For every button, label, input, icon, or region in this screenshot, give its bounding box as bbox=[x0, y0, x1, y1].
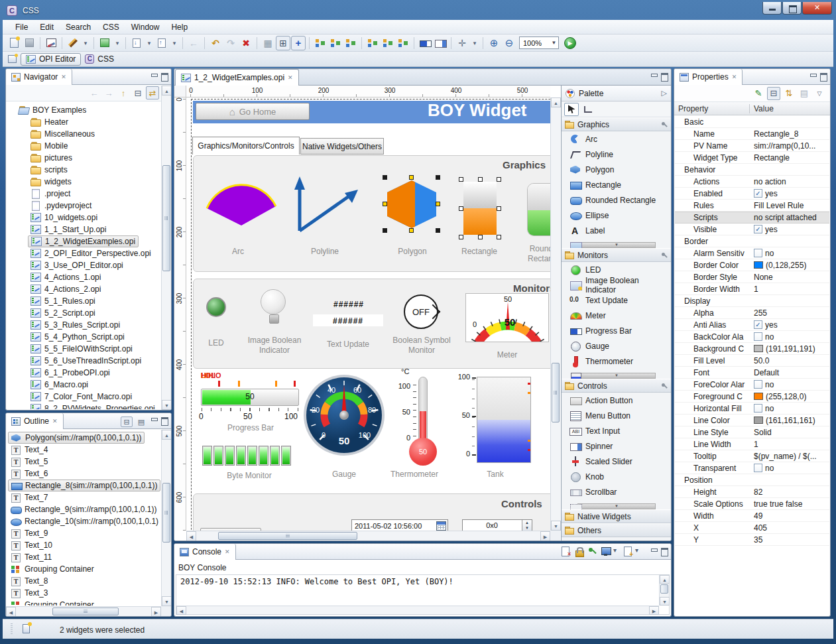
selection-handle[interactable] bbox=[497, 177, 501, 182]
drawer-others[interactable]: Others bbox=[562, 523, 671, 537]
perspective-css[interactable]: C CSS bbox=[85, 54, 114, 64]
property-value[interactable]: no bbox=[750, 332, 829, 342]
collapse-all-button[interactable]: ⊟ bbox=[131, 86, 145, 99]
tree-item[interactable]: 7_Color_Font_Macro.opi bbox=[28, 391, 135, 403]
property-row[interactable]: Line Color (161,161,161) bbox=[675, 415, 829, 426]
property-row[interactable]: Border bbox=[675, 235, 829, 247]
property-value[interactable]: no action bbox=[750, 177, 829, 186]
palette-item[interactable]: Menu Button bbox=[562, 408, 671, 423]
property-row[interactable]: Border Style None bbox=[675, 271, 829, 283]
scroll-thumb[interactable] bbox=[52, 608, 119, 615]
maximize-view-icon[interactable] bbox=[660, 547, 668, 555]
progress-bar-widget[interactable]: LOLOLOHIHIHI 50 0 50 100 Progress Bar bbox=[201, 371, 300, 435]
outline-item[interactable]: Text_6 bbox=[8, 468, 50, 480]
outline-item[interactable]: Grouping Container bbox=[8, 599, 97, 606]
checkbox[interactable] bbox=[754, 332, 762, 341]
property-row[interactable]: Position bbox=[675, 474, 829, 486]
data-browser-button[interactable] bbox=[44, 36, 58, 50]
property-value[interactable]: 49 bbox=[750, 511, 829, 521]
tab-console[interactable]: Console bbox=[174, 544, 236, 560]
pin-icon[interactable] bbox=[661, 383, 668, 389]
rounded-rectangle-widget[interactable] bbox=[527, 183, 550, 236]
scroll-up-icon[interactable] bbox=[162, 430, 172, 440]
outline-vscrollbar[interactable] bbox=[161, 430, 171, 606]
tree-item[interactable]: 4_Actions_1.opi bbox=[28, 271, 103, 283]
outline-item[interactable]: Text_5 bbox=[8, 456, 50, 468]
palette-item[interactable]: Progress Bar bbox=[562, 323, 671, 338]
probe-dropdown[interactable] bbox=[81, 36, 90, 50]
calendar-icon[interactable] bbox=[436, 521, 446, 531]
palette-item[interactable]: Action Button bbox=[562, 393, 671, 408]
palette-item[interactable]: Text Update bbox=[562, 292, 671, 308]
selection-handle[interactable] bbox=[436, 175, 440, 180]
table-mode-button[interactable]: ▤ bbox=[135, 417, 147, 427]
minimize-view-icon[interactable] bbox=[809, 72, 817, 80]
console-output[interactable]: 2012-09-10 15:52:13 INFO: Welcome to Bes… bbox=[176, 574, 670, 615]
maximize-view-icon[interactable] bbox=[160, 72, 168, 80]
scroll-down-icon[interactable] bbox=[162, 400, 172, 410]
tree-item[interactable]: 5_2_Script.opi bbox=[28, 307, 98, 319]
byte-monitor-widget[interactable] bbox=[202, 446, 291, 466]
close-button[interactable] bbox=[802, 2, 832, 15]
property-value[interactable]: no bbox=[750, 380, 829, 389]
property-value[interactable]: ✓ yes bbox=[750, 320, 829, 330]
drawer-scroll-indicator[interactable] bbox=[577, 373, 656, 379]
polyline-widget[interactable] bbox=[291, 174, 365, 235]
property-value[interactable]: $(pv_name) / $(... bbox=[750, 452, 829, 461]
opi-tab-native[interactable]: Native Widgets/Others bbox=[300, 138, 384, 155]
property-value[interactable]: 50.0 bbox=[750, 356, 829, 365]
tree-item[interactable]: 5_3_Rules_Script.opi bbox=[28, 319, 123, 331]
editor-tab[interactable]: 1_2_WidgetExamples.opi bbox=[175, 69, 299, 86]
scroll-up-icon[interactable] bbox=[551, 97, 561, 107]
property-value[interactable]: 1 bbox=[750, 285, 829, 294]
menu-item[interactable]: Edit bbox=[34, 21, 60, 34]
outline-item[interactable]: Text_10 bbox=[8, 539, 55, 551]
column-value[interactable]: Value bbox=[750, 104, 774, 113]
property-row[interactable]: Line Style Solid bbox=[675, 426, 829, 438]
meter-widget[interactable]: 50 0 50 bbox=[465, 293, 549, 342]
fast-view-icon[interactable] bbox=[23, 624, 30, 633]
scroll-thumb[interactable] bbox=[162, 483, 170, 543]
tab-navigator[interactable]: Navigator bbox=[6, 69, 72, 85]
property-value[interactable]: (255,128,0) bbox=[750, 392, 829, 401]
tree-item[interactable]: .pydevproject bbox=[28, 200, 94, 212]
scroll-down-icon[interactable] bbox=[660, 597, 670, 606]
scroll-left-icon[interactable] bbox=[186, 531, 196, 541]
tree-item[interactable]: 6_Macro.opi bbox=[28, 379, 91, 391]
distribute-vertical-button[interactable] bbox=[381, 36, 395, 50]
property-value[interactable]: no bbox=[750, 404, 829, 413]
property-value[interactable]: Rectangle bbox=[750, 153, 829, 162]
spinner-widget[interactable]: 0x0 ▲▼ bbox=[462, 519, 532, 531]
align-left-button[interactable] bbox=[313, 36, 328, 50]
property-value[interactable]: Rectangle_8 bbox=[750, 129, 829, 139]
opi-canvas[interactable]: Go Home BOY Widget Graphics/Monitors/Con… bbox=[186, 97, 550, 531]
text-update-line1[interactable]: ###### bbox=[314, 300, 383, 309]
scroll-up-icon[interactable] bbox=[162, 86, 172, 96]
outline-item[interactable]: Rectangle_9(sim://ramp(0,100,1,0.1)) bbox=[8, 503, 159, 515]
property-value[interactable]: ✓ yes bbox=[750, 189, 829, 198]
close-icon[interactable] bbox=[61, 74, 66, 80]
property-row[interactable]: Enabled ✓ yes bbox=[675, 188, 829, 200]
property-value[interactable]: 35 bbox=[750, 535, 829, 545]
selection-handle[interactable] bbox=[459, 177, 463, 182]
text-update-line2[interactable]: ###### bbox=[313, 314, 383, 326]
redo-button[interactable] bbox=[223, 36, 238, 50]
property-value[interactable]: ✓ yes bbox=[750, 225, 829, 234]
color-swatch[interactable] bbox=[754, 393, 763, 400]
drawer-native-widgets[interactable]: Native Widgets bbox=[562, 509, 671, 523]
property-row[interactable]: Anti Alias ✓ yes bbox=[675, 319, 829, 331]
minimize-view-icon[interactable] bbox=[150, 417, 158, 424]
menu-item[interactable]: Window bbox=[125, 21, 166, 34]
align-right-button[interactable] bbox=[343, 36, 358, 50]
show-categories-button[interactable]: ⊟ bbox=[767, 87, 780, 100]
palette-item[interactable]: Arc bbox=[562, 131, 671, 147]
palette-item[interactable]: Polygon bbox=[562, 162, 671, 177]
checkbox[interactable] bbox=[754, 380, 762, 389]
export-dropdown[interactable] bbox=[170, 36, 179, 50]
run-button[interactable] bbox=[564, 37, 576, 49]
view-menu-icon[interactable]: ▽ bbox=[813, 87, 826, 100]
spinner-arrows[interactable]: ▲▼ bbox=[522, 520, 532, 531]
property-row[interactable]: Scale Options true true false bbox=[675, 498, 829, 510]
outline-item[interactable]: Rectangle_8(sim://ramp(0,100,1,0.1)) bbox=[8, 480, 160, 491]
property-row[interactable]: Width 49 bbox=[675, 510, 829, 522]
